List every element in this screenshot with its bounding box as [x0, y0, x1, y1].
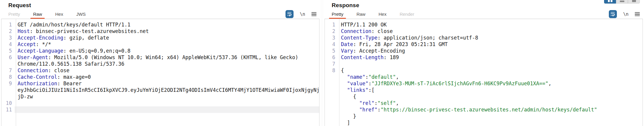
editor-line[interactable]: 7Connection: close — [1, 67, 319, 74]
line-number: 6 — [1, 54, 15, 67]
show-newlines-button[interactable]: \n — [300, 12, 305, 17]
line-content[interactable]: Accept-Language: en-US;q=0.9,en;q=0.8 — [15, 48, 319, 54]
line-content[interactable]: Host: binsec-privesc-test.azurewebsites.… — [15, 28, 319, 34]
editor-line[interactable]: 6User-Agent: Mozilla/5.0 (Windows NT 10.… — [1, 54, 319, 67]
editor-line[interactable]: 10 — [1, 100, 319, 106]
line-content[interactable]: Cache-Control: max-age=0 — [15, 74, 319, 80]
editor-line[interactable]: "links":[ — [325, 87, 643, 93]
line-content[interactable]: Accept-Encoding: gzip, deflate — [15, 34, 319, 41]
tab-raw[interactable]: Raw — [356, 12, 365, 17]
layout-single-button[interactable] — [628, 0, 640, 4]
line-number — [325, 113, 338, 119]
tab-hex[interactable]: Hex — [55, 12, 63, 17]
editor-line[interactable]: "name":"default", — [325, 74, 643, 80]
request-editor[interactable]: 1GET /admin/host/keys/default HTTP/1.12H… — [1, 19, 319, 126]
line-content[interactable]: HTTP/1.1 200 OK — [338, 21, 643, 28]
line-number: 8 — [1, 74, 15, 80]
tab-pretty[interactable]: Pretty — [8, 12, 20, 17]
layout-rows-button[interactable] — [616, 0, 628, 4]
line-content[interactable] — [15, 100, 319, 106]
editor-line[interactable]: 4Date: Fri, 28 Apr 2023 05:21:31 GMT — [325, 41, 643, 48]
line-number: 7 — [1, 67, 15, 74]
word-wrap-button[interactable] — [609, 10, 617, 18]
tab-jws[interactable]: JWS — [76, 12, 86, 17]
rows-layout-icon — [620, 1, 624, 2]
editor-line[interactable]: 4Accept: */* — [1, 41, 319, 48]
line-content[interactable]: "links":[ — [338, 87, 643, 93]
show-newlines-button[interactable]: \n — [623, 12, 629, 17]
line-number: 9 — [1, 80, 15, 100]
editor-line[interactable]: 9Authorization: Bearer eyJhbGciOiJIUzI1N… — [1, 80, 319, 100]
layout-switcher — [604, 0, 640, 4]
line-content[interactable]: Connection: close — [15, 67, 319, 74]
line-number: 3 — [325, 34, 338, 41]
tab-hex[interactable]: Hex — [378, 12, 387, 17]
editor-line[interactable]: 8Cache-Control: max-age=0 — [1, 74, 319, 80]
request-tabbar: PrettyRawHexJWS \n — [0, 10, 321, 19]
editor-line[interactable]: "value":"JJfRDXYe3-MUM-sT-7iAc6rlSIjchAG… — [325, 80, 643, 87]
panel-divider[interactable] — [321, 0, 323, 126]
line-content[interactable]: Date: Fri, 28 Apr 2023 05:21:31 GMT — [338, 41, 643, 48]
request-header: Request — [0, 0, 321, 10]
line-content[interactable]: { — [338, 67, 643, 74]
editor-line[interactable]: 2Host: binsec-privesc-test.azurewebsites… — [1, 28, 319, 34]
editor-line[interactable]: 3Accept-Encoding: gzip, deflate — [1, 34, 319, 41]
line-content[interactable]: Content-Type: application/json; charset=… — [338, 34, 643, 41]
editor-line[interactable]: "rel":"self", — [325, 100, 643, 106]
editor-line[interactable]: 3Content-Type: application/json; charset… — [325, 34, 643, 41]
tab-raw[interactable]: Raw — [33, 12, 42, 17]
line-number: 7 — [325, 61, 338, 67]
layout-columns-button[interactable] — [604, 0, 616, 4]
editor-line[interactable]: 6Content-Length: 189 — [325, 54, 643, 61]
line-number — [325, 87, 338, 93]
editor-line[interactable]: 11 — [1, 106, 319, 113]
editor-line[interactable]: 1HTTP/1.1 200 OK — [325, 21, 643, 28]
line-number: 4 — [1, 41, 15, 48]
editor-menu-button[interactable] — [311, 12, 316, 16]
line-content[interactable]: ] — [338, 119, 643, 126]
response-header: Response — [323, 0, 644, 10]
line-content[interactable]: Accept: */* — [15, 41, 319, 48]
line-number — [325, 74, 338, 80]
line-content[interactable]: } — [338, 113, 643, 119]
line-content[interactable]: Content-Length: 189 — [338, 54, 643, 61]
line-number: 8 — [325, 67, 338, 74]
columns-layout-icon — [608, 0, 612, 2]
editor-line[interactable]: 2Connection: close — [325, 28, 643, 34]
response-tab-tools: \n — [609, 10, 640, 18]
word-wrap-button[interactable] — [285, 10, 294, 18]
line-content[interactable] — [15, 106, 319, 113]
line-content[interactable]: "rel":"self", — [338, 100, 643, 106]
line-content[interactable]: { — [338, 93, 643, 100]
line-number: 5 — [325, 48, 338, 54]
editor-line[interactable]: 1GET /admin/host/keys/default HTTP/1.1 — [1, 21, 319, 28]
editor-line[interactable]: } — [325, 113, 643, 119]
editor-line[interactable]: 5Accept-Language: en-US;q=0.9,en;q=0.8 — [1, 48, 319, 54]
hamburger-icon — [311, 12, 316, 13]
tab-render[interactable]: Render — [400, 12, 414, 17]
line-content[interactable]: "value":"JJfRDXYe3-MUM-sT-7iAc6rlSIjchAG… — [338, 80, 643, 87]
line-content[interactable]: "name":"default", — [338, 74, 643, 80]
response-editor[interactable]: 1HTTP/1.1 200 OK2Connection: close3Conte… — [325, 19, 643, 126]
editor-line[interactable]: 8{ — [325, 67, 643, 74]
line-number: 4 — [325, 41, 338, 48]
tab-pretty[interactable]: Pretty — [332, 12, 343, 17]
line-content[interactable] — [338, 61, 643, 67]
editor-line[interactable]: { — [325, 93, 643, 100]
response-title: Response — [332, 2, 359, 8]
line-content[interactable]: "href":"https://binsec-privesc-test.azur… — [338, 106, 643, 113]
line-number — [325, 106, 338, 113]
line-content[interactable]: User-Agent: Mozilla/5.0 (Windows NT 10.0… — [15, 54, 319, 67]
editor-line[interactable]: "href":"https://binsec-privesc-test.azur… — [325, 106, 643, 113]
line-number — [325, 119, 338, 126]
editor-line[interactable]: 5Vary: Accept-Encoding — [325, 48, 643, 54]
editor-line[interactable]: 7 — [325, 61, 643, 67]
editor-menu-button[interactable] — [635, 12, 640, 16]
line-content[interactable]: GET /admin/host/keys/default HTTP/1.1 — [15, 21, 319, 28]
response-tabbar: PrettyRawHexRender \n — [323, 10, 644, 19]
line-content[interactable]: Authorization: Bearer eyJhbGciOiJIUzI1Ni… — [15, 80, 319, 100]
response-panel: Response PrettyRawHexRender — [323, 0, 644, 126]
line-content[interactable]: Vary: Accept-Encoding — [338, 48, 643, 54]
editor-line[interactable]: ] — [325, 119, 643, 126]
line-content[interactable]: Connection: close — [338, 28, 643, 34]
